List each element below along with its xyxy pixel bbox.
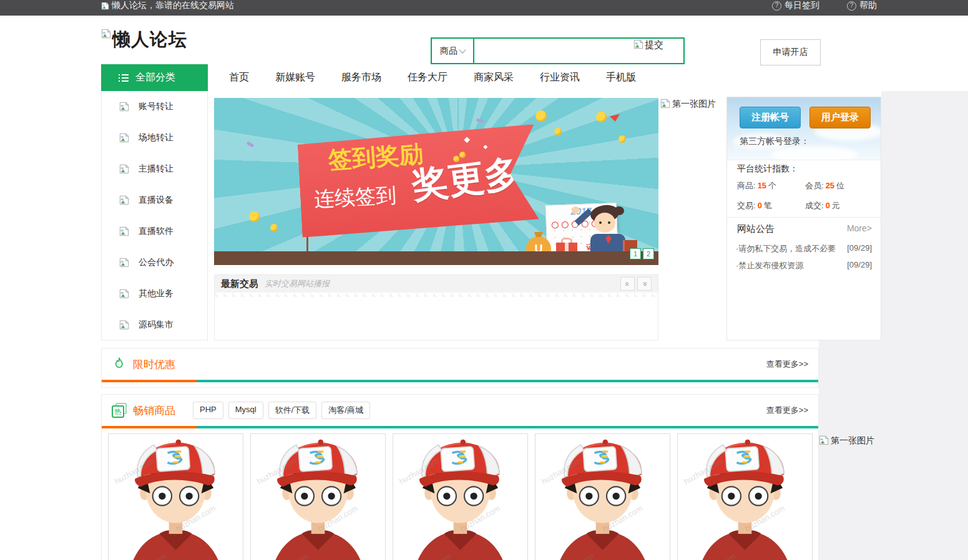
help-link[interactable]: ? 帮助: [847, 0, 877, 11]
divider: [727, 217, 881, 218]
announcement-text: ·禁止发布侵权资源: [736, 260, 803, 271]
banner-floor: [214, 251, 658, 265]
carousel-page-2[interactable]: 2: [643, 248, 654, 259]
broken-image-icon: [633, 39, 643, 49]
coin-decor: [554, 128, 562, 135]
open-shop-button[interactable]: 申请开店: [760, 39, 821, 65]
product-card[interactable]: huzhan.com huzhan.com huzhan.com: [535, 433, 670, 560]
platform-stats-title: 平台统计指数：: [737, 163, 798, 175]
flash-sale-more-link[interactable]: 查看更多>>: [766, 359, 808, 370]
search-category-select[interactable]: 商品: [432, 39, 474, 63]
nav-item-services[interactable]: 服务市场: [341, 71, 381, 84]
scroll-up-button[interactable]: «: [620, 277, 635, 291]
sidebar-item-live-software[interactable]: 直播软件: [102, 216, 207, 247]
sidebar-item-anchor-transfer[interactable]: 主播转让: [102, 153, 207, 185]
broken-image-icon: [101, 2, 109, 10]
login-panel: 注册帐号 用户登录 第三方帐号登录： 平台统计指数： 商品:15个 会员:25位…: [726, 97, 881, 340]
nav-item-merchants[interactable]: 商家风采: [474, 71, 514, 84]
broken-image-icon: [819, 435, 829, 445]
tab-mysql[interactable]: Mysql: [228, 402, 263, 419]
announcement-date: [09/29]: [847, 243, 872, 254]
product-card[interactable]: huzhan.com huzhan.com huzhan.com: [108, 433, 243, 560]
product-card[interactable]: huzhan.com huzhan.com huzhan.com: [677, 433, 813, 560]
broken-image-icon: [119, 258, 129, 268]
help-label: 帮助: [859, 0, 877, 11]
broken-image-icon: [119, 164, 129, 174]
nav-item-home[interactable]: 首页: [229, 71, 249, 84]
broken-image-icon: [119, 320, 129, 330]
sidebar-item-label: 主播转让: [139, 163, 174, 175]
banner-line2: 连续签到: [313, 181, 397, 214]
carousel-pagination: 1 2: [630, 248, 654, 259]
zigzag-edge: [215, 292, 658, 297]
login-button[interactable]: 用户登录: [809, 107, 871, 128]
search-submit-button[interactable]: 提交: [633, 39, 663, 51]
site-logo[interactable]: 懒人论坛: [101, 29, 187, 50]
announcement-date: [09/29]: [847, 260, 872, 271]
latest-trades-subtitle: 实时交易网站播报: [265, 278, 330, 289]
product-image: [109, 434, 243, 560]
product-card[interactable]: huzhan.com huzhan.com huzhan.com: [393, 433, 528, 560]
banner-line1: 签到奖励: [327, 138, 424, 176]
sidebar-item-live-equipment[interactable]: 直播设备: [102, 185, 207, 216]
broken-image-icon: [119, 133, 129, 143]
product-image: [535, 434, 670, 560]
banner-line3: 奖更多: [409, 149, 523, 211]
nav-item-news[interactable]: 行业资讯: [540, 71, 580, 84]
sidebar-item-label: 其他业务: [139, 288, 174, 299]
all-categories-label: 全部分类: [135, 71, 175, 84]
category-sidebar: 账号转让 场地转让 主播转让 直播设备 直播软件 公会代办 其他业务 源码集市: [101, 91, 208, 340]
sidebar-item-label: 源码集市: [139, 319, 174, 331]
scroll-down-button[interactable]: «: [637, 277, 652, 291]
stat-members: 会员:25位: [805, 180, 873, 191]
tab-php[interactable]: PHP: [193, 402, 223, 419]
flash-sale-title: 限时优惠: [133, 357, 175, 372]
announcements-more-link[interactable]: More>: [847, 223, 872, 233]
sidebar-item-label: 直播软件: [139, 226, 174, 237]
coin-decor: [535, 110, 547, 122]
search-category-value: 商品: [440, 46, 457, 57]
latest-trades-title: 最新交易: [221, 278, 258, 290]
page-background-right-top: [881, 91, 968, 340]
platform-stats: 商品:15个 会员:25位 交易:0笔 成交:0元: [737, 180, 873, 211]
announcement-item[interactable]: ·请勿私下交易，造成不必要 [09/29]: [736, 243, 872, 254]
question-circle-icon: ?: [847, 1, 856, 11]
chevron-down-icon: [459, 46, 466, 53]
sidebar-item-other-business[interactable]: 其他业务: [102, 278, 207, 309]
broken-side-image[interactable]: 第一张图片: [819, 435, 874, 447]
page-background-right-bottom: [819, 340, 968, 560]
hot-products-section: 热 畅销商品 PHP Mysql 软件/下载 淘客/商城 查看更多>> huzh…: [101, 394, 819, 560]
sidebar-item-guild-agency[interactable]: 公会代办: [102, 247, 207, 278]
sidebar-item-source-market[interactable]: 源码集市: [102, 309, 207, 340]
hot-products-more-link[interactable]: 查看更多>>: [766, 405, 808, 416]
nav-item-tasks[interactable]: 任务大厅: [408, 71, 447, 84]
topbar: 懒人论坛，靠谱的在线交易网站 ? 每日签到 ? 帮助: [0, 0, 968, 16]
tab-software[interactable]: 软件/下载: [268, 402, 317, 419]
nav-item-mobile[interactable]: 手机版: [606, 71, 636, 84]
coin-decor: [596, 112, 607, 122]
tab-taoke[interactable]: 淘客/商城: [321, 402, 370, 419]
sidebar-item-venue-transfer[interactable]: 场地转让: [102, 122, 207, 153]
banner-carousel[interactable]: 签到奖励 连续签到 奖更多 2017 记得签到! U: [214, 98, 658, 265]
sidebar-item-label: 账号转让: [139, 101, 174, 112]
broken-banner-image[interactable]: 第一张图片: [660, 99, 716, 110]
nav-item-newmedia[interactable]: 新媒账号: [275, 71, 315, 84]
all-categories-button[interactable]: 全部分类: [101, 64, 208, 91]
sidebar-item-account-transfer[interactable]: 账号转让: [102, 91, 207, 122]
register-button[interactable]: 注册帐号: [740, 107, 801, 128]
product-image: [393, 434, 527, 560]
carousel-page-1[interactable]: 1: [630, 248, 641, 259]
announcement-text: ·请勿私下交易，造成不必要: [736, 243, 836, 254]
broken-image-icon: [660, 99, 670, 109]
stat-volume: 成交:0元: [805, 200, 873, 211]
site-notice: 懒人论坛，靠谱的在线交易网站: [101, 0, 234, 11]
flame-icon: [112, 357, 127, 372]
announcement-item[interactable]: ·禁止发布侵权资源 [09/29]: [736, 260, 872, 271]
search-box: 商品 提交: [431, 37, 685, 64]
double-chevron-up-icon: «: [623, 281, 632, 286]
sidebar-item-label: 场地转让: [139, 132, 174, 143]
product-card[interactable]: huzhan.com huzhan.com huzhan.com: [250, 433, 386, 560]
register-label: 注册帐号: [751, 112, 789, 123]
hot-icon: 热: [112, 403, 127, 418]
daily-signin-link[interactable]: ? 每日签到: [772, 0, 819, 11]
